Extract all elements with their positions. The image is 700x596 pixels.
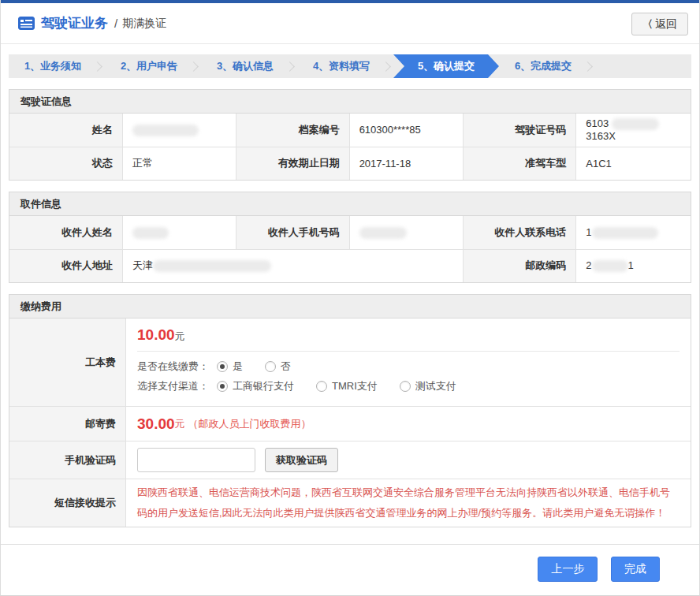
captcha-label: 手机验证码	[9, 441, 126, 479]
footer-action-bar: 上一步 完成	[1, 544, 699, 582]
step-bar-filler	[595, 54, 691, 78]
postage-fee-row: 邮寄费 30.00元 （邮政人员上门收取费用）	[9, 407, 691, 441]
status-value: 正常	[122, 147, 236, 180]
sms-notice-label: 短信接收提示	[9, 479, 126, 527]
table-row: 状态 正常 有效期止日期 2017-11-18 准驾车型 A1C1	[9, 147, 691, 180]
postage-content: 30.00元 （邮政人员上门收取费用）	[126, 407, 691, 441]
page-title: 驾驶证业务	[41, 14, 108, 32]
sms-notice-row: 短信接收提示 因陕西省联通、电信运营商技术问题，陕西省互联网交通安全综合服务管理…	[9, 479, 691, 527]
recipient-mobile-value-redacted	[349, 216, 463, 249]
sms-notice-content: 因陕西省联通、电信运营商技术问题，陕西省互联网交通安全综合服务管理平台无法向持陕…	[126, 479, 691, 527]
recipient-mobile-label: 收件人手机号码	[236, 216, 349, 249]
name-label: 姓名	[9, 114, 122, 147]
file-no-label: 档案编号	[236, 114, 349, 147]
captcha-row: 手机验证码 获取验证码	[9, 441, 691, 479]
online-pay-radio-group: 是否在线缴费： 是 否	[137, 359, 680, 374]
expiry-label: 有效期止日期	[236, 147, 349, 180]
channel-option-icbc[interactable]: 工商银行支付	[217, 379, 294, 393]
back-button-label: 返回	[655, 17, 677, 32]
page: 驾驶证业务 / 期满换证 〈 返回 1、业务须知 2、用户申告 3、确认信息 4…	[0, 0, 700, 596]
step-6-complete-submit[interactable]: 6、完成提交	[499, 54, 587, 78]
breadcrumb-separator: /	[114, 17, 117, 30]
step-progress-bar: 1、业务须知 2、用户申告 3、确认信息 4、资料填写 5、确认提交 6、完成提…	[9, 54, 691, 78]
recipient-phone-value: 1	[576, 216, 691, 249]
pickup-info-table: 收件人姓名 收件人手机号码 收件人联系电话 1 收件人地址 天津 邮政编码 21	[9, 216, 691, 282]
license-info-table: 姓名 档案编号 610300****85 驾驶证号码 6103 3163X 状态…	[9, 114, 691, 180]
step-separator-icon	[587, 54, 595, 78]
pickup-section-title: 取件信息	[9, 192, 691, 216]
previous-step-button[interactable]: 上一步	[538, 557, 598, 582]
recipient-phone-label: 收件人联系电话	[463, 216, 575, 249]
get-captcha-button[interactable]: 获取验证码	[265, 448, 338, 472]
postage-amount: 30.00	[137, 415, 175, 433]
pay-channel-radio-group: 选择支付渠道： 工商银行支付 TMRI支付 测试支付	[137, 379, 680, 393]
license-no-value: 6103 3163X	[576, 114, 691, 147]
postage-label: 邮寄费	[9, 407, 126, 441]
step-3-confirm-info[interactable]: 3、确认信息	[201, 54, 289, 78]
card-fee-content: 10.00元 是否在线缴费： 是 否 选择支付渠道： 工商银行支付 TMRI支付…	[126, 318, 691, 406]
postage-note: （邮政人员上门收取费用）	[188, 417, 311, 431]
expiry-value: 2017-11-18	[349, 147, 463, 180]
step-5-confirm-submit-active[interactable]: 5、确认提交	[393, 54, 499, 78]
captcha-content: 获取验证码	[126, 441, 691, 479]
card-fee-row: 工本费 10.00元 是否在线缴费： 是 否 选择支付渠道： 工商银行支付 TM…	[9, 318, 691, 407]
recipient-address-value: 天津	[122, 249, 463, 282]
name-value-redacted	[122, 114, 236, 147]
step-separator-icon	[289, 54, 297, 78]
back-button[interactable]: 〈 返回	[631, 13, 688, 35]
zip-code-label: 邮政编码	[463, 249, 575, 282]
online-pay-label: 是否在线缴费：	[137, 359, 209, 374]
card-fee-unit: 元	[175, 330, 185, 342]
channel-option-tmri[interactable]: TMRI支付	[316, 379, 378, 393]
step-separator-icon	[385, 54, 393, 78]
postage-unit: 元	[175, 417, 185, 431]
license-info-section: 驾驶证信息 姓名 档案编号 610300****85 驾驶证号码 6103 31…	[9, 89, 691, 181]
chevron-left-icon: 〈	[642, 17, 653, 32]
online-pay-option-no[interactable]: 否	[265, 359, 291, 374]
step-1-business-notice[interactable]: 1、业务须知	[9, 54, 97, 78]
divider	[137, 351, 680, 352]
step-2-user-declaration[interactable]: 2、用户申告	[105, 54, 193, 78]
captcha-input[interactable]	[137, 448, 255, 472]
step-separator-icon	[97, 54, 105, 78]
zip-code-value: 21	[576, 249, 691, 282]
status-label: 状态	[9, 147, 122, 180]
fees-section: 缴纳费用 工本费 10.00元 是否在线缴费： 是 否 选择支付渠道： 工商银行…	[9, 294, 691, 527]
radio-unchecked-icon[interactable]	[265, 361, 276, 372]
online-pay-option-yes[interactable]: 是	[217, 359, 243, 374]
step-separator-icon	[193, 54, 201, 78]
file-no-value: 610300****85	[349, 114, 463, 147]
card-fee-label: 工本费	[9, 318, 126, 406]
table-row: 收件人姓名 收件人手机号码 收件人联系电话 1	[9, 216, 691, 249]
table-row: 姓名 档案编号 610300****85 驾驶证号码 6103 3163X	[9, 114, 691, 147]
fees-section-title: 缴纳费用	[9, 295, 691, 318]
card-fee-amount: 10.00	[137, 326, 175, 343]
pay-channel-label: 选择支付渠道：	[137, 379, 209, 393]
header: 驾驶证业务 / 期满换证 〈 返回	[1, 3, 699, 44]
sms-notice-text: 因陕西省联通、电信运营商技术问题，陕西省互联网交通安全综合服务管理平台无法向持陕…	[137, 482, 680, 523]
table-row: 收件人地址 天津 邮政编码 21	[9, 249, 691, 282]
recipient-name-label: 收件人姓名	[9, 216, 122, 249]
finish-button[interactable]: 完成	[611, 557, 660, 582]
pickup-info-section: 取件信息 收件人姓名 收件人手机号码 收件人联系电话 1 收件人地址 天津 邮政…	[9, 192, 691, 283]
radio-unchecked-icon[interactable]	[316, 381, 327, 392]
radio-unchecked-icon[interactable]	[400, 381, 411, 392]
radio-checked-icon[interactable]	[217, 361, 228, 372]
breadcrumb-current: 期满换证	[122, 17, 166, 31]
step-4-fill-data[interactable]: 4、资料填写	[297, 54, 385, 78]
license-card-icon	[18, 17, 35, 30]
vehicle-type-value: A1C1	[576, 147, 691, 180]
radio-checked-icon[interactable]	[217, 381, 228, 392]
license-section-title: 驾驶证信息	[9, 90, 691, 114]
channel-option-test[interactable]: 测试支付	[400, 379, 456, 393]
recipient-address-label: 收件人地址	[9, 249, 122, 282]
recipient-name-value-redacted	[122, 216, 236, 249]
license-no-label: 驾驶证号码	[463, 114, 575, 147]
vehicle-type-label: 准驾车型	[463, 147, 575, 180]
